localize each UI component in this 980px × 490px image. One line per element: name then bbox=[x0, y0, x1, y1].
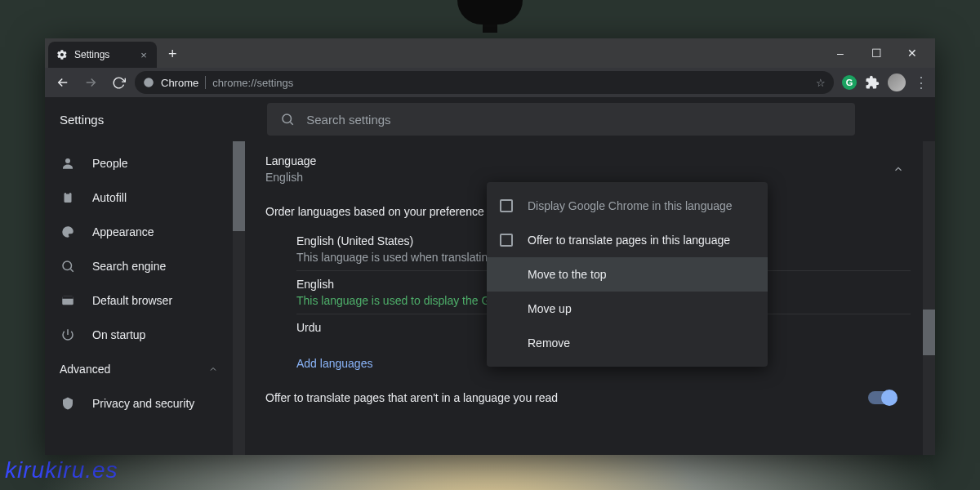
browser-menu-icon[interactable]: ⋮ bbox=[914, 74, 929, 91]
search-icon bbox=[280, 112, 295, 127]
tab-close-icon[interactable]: × bbox=[140, 49, 147, 61]
sidebar-item-privacy[interactable]: Privacy and security bbox=[45, 386, 245, 421]
sidebar-item-autofill[interactable]: Autofill bbox=[45, 180, 245, 215]
settings-title: Settings bbox=[60, 113, 104, 127]
translate-toggle[interactable] bbox=[868, 391, 896, 404]
sidebar-item-label: Appearance bbox=[92, 225, 154, 238]
site-info-icon bbox=[143, 77, 154, 88]
menu-item-label: Display Google Chrome in this language bbox=[528, 199, 733, 212]
search-placeholder: Search settings bbox=[306, 113, 390, 127]
menu-item-offer-translate[interactable]: Offer to translate pages in this languag… bbox=[487, 223, 768, 257]
settings-content: Settings Search settings People Autofill bbox=[45, 97, 935, 455]
svg-point-1 bbox=[283, 114, 292, 123]
browser-toolbar: Chrome chrome://settings ☆ G ⋮ bbox=[45, 68, 935, 97]
background-lamp-cap bbox=[457, 0, 523, 24]
sidebar-item-label: Autofill bbox=[92, 191, 127, 204]
toolbar-extensions: G ⋮ bbox=[839, 74, 929, 91]
languages-panel: Language English Order languages based o… bbox=[245, 141, 935, 404]
sidebar-item-label: Search engine bbox=[92, 260, 166, 273]
forward-button[interactable] bbox=[79, 71, 102, 94]
sidebar-item-search-engine[interactable]: Search engine bbox=[45, 249, 245, 283]
menu-item-move-up[interactable]: Move up bbox=[487, 292, 768, 326]
translate-label: Offer to translate pages that aren't in … bbox=[265, 391, 558, 404]
chevron-up-icon bbox=[893, 163, 904, 175]
menu-item-remove[interactable]: Remove bbox=[487, 326, 768, 360]
palette-icon bbox=[60, 225, 76, 239]
sidebar-item-appearance[interactable]: Appearance bbox=[45, 215, 245, 249]
menu-item-label: Move up bbox=[528, 302, 572, 315]
svg-point-2 bbox=[65, 158, 70, 163]
sidebar-item-people[interactable]: People bbox=[45, 146, 245, 180]
clipboard-icon bbox=[60, 190, 76, 205]
svg-rect-7 bbox=[62, 296, 74, 299]
checkbox-icon bbox=[500, 234, 513, 247]
new-tab-button[interactable]: + bbox=[168, 46, 177, 63]
power-icon bbox=[60, 327, 76, 342]
menu-item-label: Move to the top bbox=[528, 268, 607, 281]
settings-header: Settings Search settings bbox=[45, 97, 935, 141]
translate-toggle-row[interactable]: Offer to translate pages that aren't in … bbox=[265, 391, 911, 404]
browser-icon bbox=[60, 293, 76, 308]
menu-item-label: Remove bbox=[528, 336, 570, 350]
checkbox-icon bbox=[500, 199, 513, 212]
language-context-menu: Display Google Chrome in this language O… bbox=[487, 182, 768, 367]
tab-strip: Settings × + – ☐ ✕ bbox=[45, 38, 935, 68]
settings-sidebar: People Autofill Appearance Search engine… bbox=[45, 141, 245, 455]
menu-item-move-top[interactable]: Move to the top bbox=[487, 257, 768, 292]
shield-icon bbox=[60, 396, 76, 411]
omnibox-divider bbox=[205, 76, 206, 89]
window-controls: – ☐ ✕ bbox=[822, 38, 930, 68]
sidebar-item-on-startup[interactable]: On startup bbox=[45, 318, 245, 352]
language-section-title: Language bbox=[265, 154, 316, 167]
chevron-up-icon bbox=[208, 364, 218, 374]
extensions-puzzle-icon[interactable] bbox=[865, 75, 880, 90]
settings-body: People Autofill Appearance Search engine… bbox=[45, 141, 935, 455]
url-text: chrome://settings bbox=[212, 77, 293, 89]
sidebar-advanced-toggle[interactable]: Advanced bbox=[45, 352, 245, 386]
window-minimize-button[interactable]: – bbox=[822, 41, 858, 65]
sidebar-item-label: Privacy and security bbox=[92, 397, 194, 410]
search-icon bbox=[60, 259, 76, 274]
gear-icon bbox=[56, 49, 68, 60]
window-maximize-button[interactable]: ☐ bbox=[858, 41, 894, 65]
window-close-button[interactable]: ✕ bbox=[894, 41, 930, 65]
sidebar-scrollbar-thumb[interactable] bbox=[233, 141, 245, 231]
reload-button[interactable] bbox=[107, 71, 130, 94]
search-settings-input[interactable]: Search settings bbox=[267, 103, 855, 136]
menu-item-display-in-language[interactable]: Display Google Chrome in this language bbox=[487, 189, 768, 223]
omnibox[interactable]: Chrome chrome://settings ☆ bbox=[135, 71, 834, 94]
svg-rect-4 bbox=[66, 192, 70, 194]
svg-point-5 bbox=[63, 261, 72, 270]
svg-point-0 bbox=[144, 78, 154, 87]
extension-grammarly-icon[interactable]: G bbox=[842, 75, 857, 90]
profile-avatar[interactable] bbox=[888, 74, 906, 91]
url-chip: Chrome bbox=[161, 77, 198, 89]
browser-window: Settings × + – ☐ ✕ Chrome chrome://setti… bbox=[45, 38, 935, 455]
language-current: English bbox=[265, 171, 316, 184]
tab-settings[interactable]: Settings × bbox=[48, 42, 157, 68]
sidebar-item-label: On startup bbox=[92, 328, 145, 341]
svg-rect-3 bbox=[65, 193, 72, 203]
sidebar-item-label: Default browser bbox=[92, 294, 172, 307]
menu-item-label: Offer to translate pages in this languag… bbox=[528, 234, 730, 247]
sidebar-item-label: People bbox=[92, 157, 128, 170]
back-button[interactable] bbox=[51, 71, 74, 94]
person-icon bbox=[60, 156, 76, 171]
sidebar-item-default-browser[interactable]: Default browser bbox=[45, 283, 245, 318]
bookmark-star-icon[interactable]: ☆ bbox=[816, 77, 826, 89]
sidebar-advanced-label: Advanced bbox=[60, 363, 110, 376]
watermark: kirukiru.es bbox=[5, 457, 118, 483]
settings-main: Language English Order languages based o… bbox=[245, 141, 935, 455]
tab-title: Settings bbox=[74, 49, 109, 60]
